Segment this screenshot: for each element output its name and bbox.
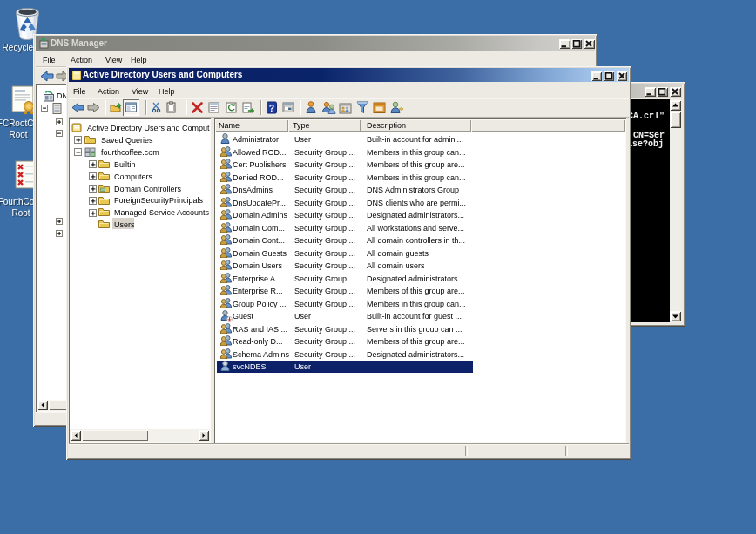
svg-text:?: ?	[269, 103, 274, 113]
